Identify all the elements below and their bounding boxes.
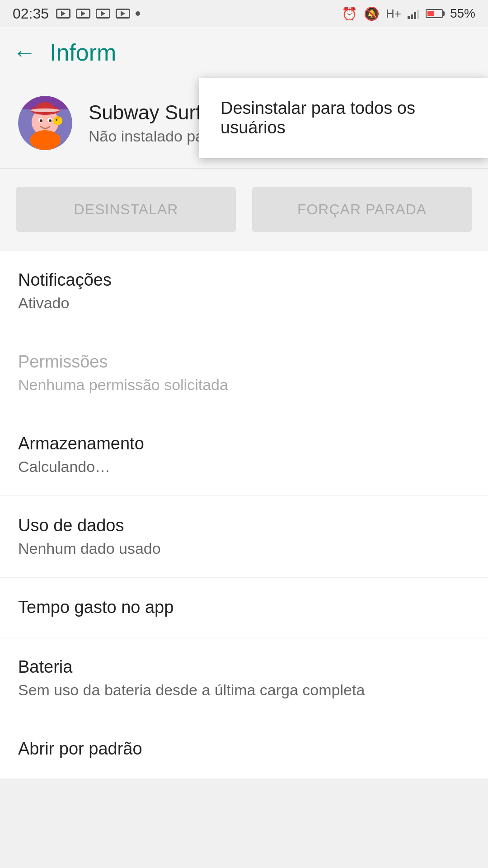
media-icon-3 [96,9,110,19]
app-icon [18,96,72,150]
svg-point-11 [30,130,61,150]
status-icons [56,9,140,19]
info-item[interactable]: NotificaçõesAtivado [0,250,488,332]
force-stop-button[interactable]: FORÇAR PARADA [252,187,472,232]
signal-icon [408,8,419,19]
svg-point-13 [56,119,57,121]
info-item[interactable]: Abrir por padrão [0,719,488,779]
info-item[interactable]: Tempo gasto no app [0,578,488,637]
info-item[interactable]: Uso de dadosNenhum dado usado [0,496,488,578]
info-item-title: Permissões [18,352,470,372]
svg-point-10 [49,119,52,122]
battery-fill [427,11,434,16]
info-item-title: Notificações [18,270,470,290]
uninstall-button[interactable]: DESINSTALAR [16,187,236,232]
dropdown-item-uninstall-all[interactable]: Desinstalar para todos os usuários [199,78,488,158]
battery-icon [426,9,443,18]
signal-bar-1 [408,16,410,19]
back-button[interactable]: ← [13,41,36,64]
alarm-icon: ⏰ [342,6,357,21]
info-item-value: Nenhum dado usado [18,540,470,557]
page-title: Inform [50,39,116,66]
info-item[interactable]: PermissõesNenhuma permissão solicitada [0,332,488,414]
status-left: 02:35 [13,5,140,22]
info-list: NotificaçõesAtivadoPermissõesNenhuma per… [0,250,488,779]
hplus-icon: H+ [386,7,401,21]
dropdown-menu: Desinstalar para todos os usuários [199,78,488,158]
media-icon-1 [56,9,70,19]
status-right: ⏰ 🔕 H+ 55% [342,6,475,21]
signal-bar-2 [411,14,413,19]
signal-bar-3 [414,12,416,19]
app-icon-image [18,96,72,150]
status-right-icons: ⏰ 🔕 H+ [342,6,443,21]
svg-point-6 [31,108,60,112]
battery-percent: 55% [450,6,475,21]
media-icon-2 [76,9,90,19]
info-item-value: Nenhuma permissão solicitada [18,376,470,394]
toolbar: ← Inform [0,27,488,78]
info-item-value: Sem uso da bateria desde a última carga … [18,681,470,699]
status-bar: 02:35 ⏰ 🔕 H+ [0,0,488,27]
signal-bar-4 [417,10,419,19]
info-item-value: Ativado [18,294,470,312]
info-item-title: Bateria [18,657,470,677]
dot-indicator [136,11,140,16]
info-item-title: Abrir por padrão [18,739,470,759]
info-item-value: Calculando… [18,458,470,476]
status-time: 02:35 [13,5,49,22]
svg-point-9 [40,119,42,122]
info-item[interactable]: ArmazenamentoCalculando… [0,414,488,496]
media-icon-4 [116,9,130,19]
info-item[interactable]: BateriaSem uso da bateria desde a última… [0,637,488,719]
battery [426,9,443,18]
buttons-section: DESINSTALAR FORÇAR PARADA [0,169,488,250]
info-item-title: Tempo gasto no app [18,598,470,617]
bell-slash-icon: 🔕 [364,6,380,21]
info-item-title: Uso de dados [18,516,470,535]
info-item-title: Armazenamento [18,434,470,453]
